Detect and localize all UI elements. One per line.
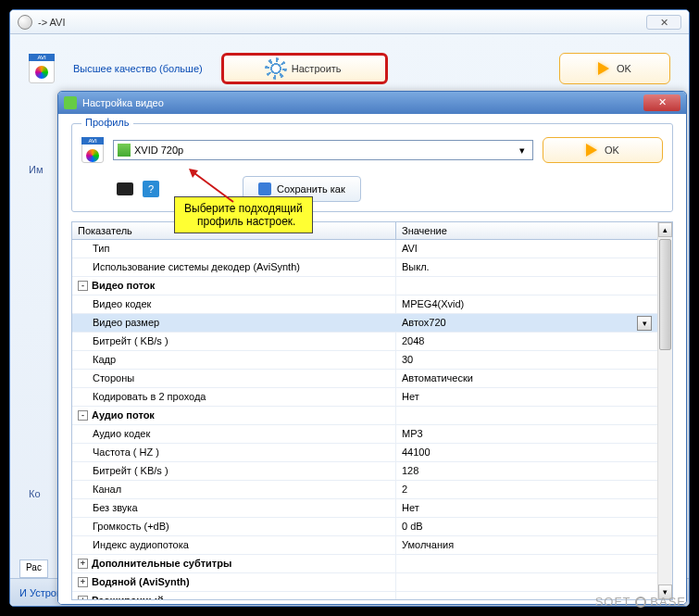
ok-button-dialog[interactable]: OK bbox=[543, 137, 663, 163]
param-value: AVI bbox=[402, 241, 418, 257]
param-value: 2 bbox=[402, 482, 407, 497]
param-value: MP3 bbox=[402, 426, 423, 442]
save-as-label: Сохранить как bbox=[277, 183, 345, 195]
profile-combobox[interactable]: XVID 720p ▾ bbox=[113, 140, 533, 160]
expand-icon[interactable]: - bbox=[78, 410, 88, 421]
profile-value: XVID 720p bbox=[134, 145, 516, 156]
table-row[interactable]: Канал2 bbox=[72, 481, 657, 499]
table-row[interactable]: Использование системы декодер (AviSynth)… bbox=[72, 258, 657, 277]
param-label: Кадр bbox=[93, 352, 116, 368]
ok-label: OK bbox=[605, 145, 619, 156]
table-row[interactable]: Кодировать в 2 проходаНет bbox=[72, 388, 657, 407]
help-icon[interactable]: ? bbox=[143, 181, 159, 197]
close-icon[interactable]: ✕ bbox=[646, 15, 681, 30]
console-icon[interactable] bbox=[117, 182, 133, 195]
tab-ras[interactable]: Рас bbox=[19, 559, 48, 578]
expand-icon[interactable]: + bbox=[78, 596, 88, 599]
main-title: -> AVI bbox=[38, 17, 646, 28]
gear-icon bbox=[268, 60, 284, 77]
param-label: Без звука bbox=[93, 500, 138, 516]
watermark: SOFT BASE bbox=[595, 595, 686, 609]
save-as-button[interactable]: Сохранить как bbox=[243, 176, 361, 202]
table-row[interactable]: Битрейт ( KB/s )128 bbox=[72, 462, 657, 481]
table-row[interactable]: Битрейт ( KB/s )2048 bbox=[72, 333, 657, 351]
bg-label-device: И Устрой bbox=[10, 587, 62, 598]
avi-profile-icon bbox=[81, 137, 104, 163]
expand-icon[interactable]: + bbox=[78, 577, 88, 587]
table-row[interactable]: Частота ( HZ )44100 bbox=[72, 444, 657, 462]
param-label: Видео размер bbox=[93, 315, 159, 331]
ok-button-main[interactable]: OK bbox=[559, 53, 670, 84]
param-value: Нет bbox=[402, 389, 419, 405]
expand-icon[interactable]: - bbox=[78, 281, 88, 291]
arrow-right-icon bbox=[598, 62, 609, 75]
param-label: Кодировать в 2 прохода bbox=[93, 389, 206, 405]
expand-icon[interactable]: + bbox=[78, 559, 88, 569]
quality-label: Высшее качество (больше) bbox=[73, 63, 203, 74]
dropdown-icon[interactable]: ▾ bbox=[637, 316, 652, 331]
main-titlebar[interactable]: -> AVI ✕ bbox=[10, 10, 689, 34]
param-value: 128 bbox=[402, 463, 418, 479]
table-row[interactable]: -Аудио поток bbox=[72, 407, 657, 425]
top-toolbar: Высшее качество (больше) Настроить OK bbox=[29, 53, 670, 84]
col-value[interactable]: Значение bbox=[396, 222, 657, 239]
param-label: Аудио кодек bbox=[93, 426, 150, 442]
table-row[interactable]: Громкость (+dB)0 dB bbox=[72, 518, 657, 536]
dialog-titlebar[interactable]: Настройка видео ✕ bbox=[58, 92, 686, 114]
table-row[interactable]: Аудио кодекMP3 bbox=[72, 425, 657, 444]
param-label: Битрейт ( KB/s ) bbox=[93, 463, 169, 479]
table-row[interactable]: Индекс аудиопотокаУмолчания bbox=[72, 536, 657, 555]
table-row[interactable]: Видео размерАвтох720▾ bbox=[72, 314, 657, 333]
dialog-body: Профиль XVID 720p ▾ OK ? Сохранить bbox=[58, 114, 686, 604]
param-value: 30 bbox=[402, 352, 413, 368]
col-param[interactable]: Показатель bbox=[72, 222, 396, 239]
app-icon bbox=[18, 15, 32, 30]
param-value: Умолчания bbox=[402, 537, 454, 553]
avi-format-icon bbox=[29, 54, 55, 83]
setup-button-label: Настроить bbox=[292, 63, 342, 74]
profile-fieldset: Профиль XVID 720p ▾ OK ? Сохранить bbox=[71, 123, 673, 212]
arrow-right-icon bbox=[586, 144, 597, 157]
param-label: Видео кодек bbox=[93, 296, 151, 312]
param-label: Тип bbox=[93, 241, 109, 257]
param-label: Стороны bbox=[93, 371, 134, 386]
param-label: Индекс аудиопотока bbox=[93, 537, 189, 553]
scroll-thumb[interactable] bbox=[659, 239, 671, 350]
param-label: Использование системы декодер (AviSynth) bbox=[93, 259, 300, 275]
param-value: MPEG4(Xvid) bbox=[402, 296, 464, 312]
table-row[interactable]: Видео кодекMPEG4(Xvid) bbox=[72, 295, 657, 314]
table-row[interactable]: +Расширенный bbox=[72, 592, 657, 599]
chevron-down-icon[interactable]: ▾ bbox=[516, 145, 529, 157]
bg-label-2: Ко bbox=[29, 488, 41, 499]
param-value: Выкл. bbox=[402, 259, 430, 275]
profile-legend: Профиль bbox=[81, 117, 133, 128]
table-row[interactable]: ТипAVI bbox=[72, 240, 657, 258]
param-label: Частота ( HZ ) bbox=[93, 445, 159, 460]
setup-button[interactable]: Настроить bbox=[221, 53, 388, 84]
table-row[interactable]: СтороныАвтоматически bbox=[72, 370, 657, 388]
param-label: Водяной (AviSynth) bbox=[92, 574, 190, 590]
video-settings-dialog: Настройка видео ✕ Профиль XVID 720p ▾ OK bbox=[57, 91, 687, 605]
settings-grid: Показатель Значение ТипAVIИспользование … bbox=[71, 221, 673, 600]
param-label: Битрейт ( KB/s ) bbox=[93, 333, 169, 349]
dialog-title: Настройка видео bbox=[82, 97, 164, 108]
table-row[interactable]: +Водяной (AviSynth) bbox=[72, 573, 657, 592]
param-label: Дополнительные субтитры bbox=[92, 556, 231, 572]
table-row[interactable]: -Видео поток bbox=[72, 277, 657, 295]
param-label: Расширенный bbox=[92, 593, 164, 599]
vertical-scrollbar[interactable]: ▴ ▾ bbox=[657, 222, 672, 599]
save-icon bbox=[258, 182, 271, 195]
scroll-up-button[interactable]: ▴ bbox=[658, 222, 672, 237]
param-label: Аудио поток bbox=[92, 408, 155, 423]
dialog-close-button[interactable]: ✕ bbox=[643, 94, 680, 111]
param-value: 44100 bbox=[402, 445, 431, 460]
param-value: Нет bbox=[402, 500, 419, 516]
table-row[interactable]: Кадр30 bbox=[72, 351, 657, 370]
param-value: 2048 bbox=[402, 333, 424, 349]
table-row[interactable]: Без звукаНет bbox=[72, 499, 657, 518]
grid-header: Показатель Значение bbox=[72, 222, 657, 240]
param-value: 0 dB bbox=[402, 519, 423, 534]
dialog-icon bbox=[64, 96, 77, 109]
bg-label-1: Им bbox=[29, 164, 43, 175]
table-row[interactable]: +Дополнительные субтитры bbox=[72, 555, 657, 573]
